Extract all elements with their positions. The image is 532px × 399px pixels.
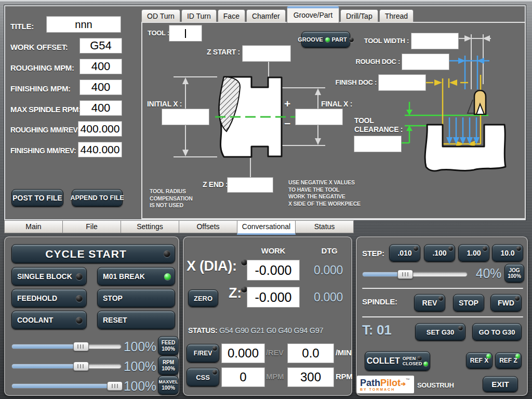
spindle-stop-button[interactable]: STOP xyxy=(453,294,484,312)
tab-thread[interactable]: Thread xyxy=(379,9,414,23)
reset-label: RESET xyxy=(103,316,127,324)
coolant-button[interactable]: COOLANT xyxy=(11,311,87,329)
rpm-override-slider[interactable] xyxy=(11,362,122,371)
collet-state-labels: OPEN CLOSED xyxy=(403,356,429,367)
m01-break-label: M01 BREAK xyxy=(98,272,161,281)
step-010-led xyxy=(414,246,418,251)
finishing-mm-rev-value: 440.000 xyxy=(81,143,120,156)
single-block-button[interactable]: SINGLE BLOCK xyxy=(11,267,87,286)
zero-button[interactable]: ZERO xyxy=(188,289,218,307)
maxvel-100-button[interactable]: MAXVEL 100% xyxy=(158,376,179,395)
finishing-mm-rev-input[interactable]: 440.000 xyxy=(78,142,122,157)
maxvel-slider-handle[interactable] xyxy=(107,381,123,391)
tab-chamfer[interactable]: Chamfer xyxy=(246,9,286,23)
tab-groove-part[interactable]: Groove/Part xyxy=(287,6,339,23)
exit-button[interactable]: EXIT xyxy=(483,376,518,392)
reset-button[interactable]: RESET xyxy=(97,311,175,329)
css-button[interactable]: CSS xyxy=(187,368,219,387)
jog-slider-handle[interactable] xyxy=(397,270,413,279)
ref-x-button[interactable]: REF X xyxy=(466,352,493,369)
feedhold-label: FEEDHOLD xyxy=(12,294,72,302)
tab-conversational[interactable]: Conversational xyxy=(237,220,296,235)
tab-od-turn[interactable]: OD Turn xyxy=(141,9,180,23)
x-work-value: -0.000 xyxy=(255,263,292,278)
jog-100-button[interactable]: JOG 100% xyxy=(504,264,524,283)
max-spindle-rpm-input[interactable]: 400 xyxy=(80,101,122,115)
spindle-fwd-button[interactable]: FWD xyxy=(490,294,522,312)
mpm-unit: MPM xyxy=(266,372,284,381)
maxvel-override-slider[interactable] xyxy=(11,381,122,391)
jog-override-value: 40% xyxy=(472,266,501,281)
spindle-rev-button[interactable]: REV xyxy=(414,294,445,312)
rpm-100-button[interactable]: RPM 100% xyxy=(158,356,179,375)
machine-name: SOUSTRUH xyxy=(417,381,454,389)
title-input[interactable]: nnn xyxy=(47,17,121,32)
tool-input[interactable] xyxy=(169,25,202,41)
cycle-start-led xyxy=(164,250,170,257)
rpm-slider-handle[interactable] xyxy=(73,362,89,371)
tool-width-input[interactable] xyxy=(411,33,458,49)
tab-face[interactable]: Face xyxy=(218,9,245,23)
append-to-file-button[interactable]: APPEND TO FILE xyxy=(72,189,123,207)
tab-file[interactable]: File xyxy=(62,220,121,233)
set-g30-button[interactable]: SET G30 xyxy=(415,323,466,341)
step-1-button[interactable]: 1.00 xyxy=(458,244,489,262)
roughing-mm-rev-input[interactable]: 400.000 xyxy=(78,122,122,136)
tab-main[interactable]: Main xyxy=(4,220,63,233)
tool-clearance-input[interactable] xyxy=(354,136,401,152)
cycle-start-button[interactable]: CYCLE START xyxy=(11,244,175,263)
rough-doc-input[interactable] xyxy=(402,54,449,70)
main-tab-bar: Main File Settings Offsets Conversationa… xyxy=(4,220,353,235)
tab-status[interactable]: Status xyxy=(295,220,354,233)
ref-z-button[interactable]: REF Z xyxy=(495,352,522,369)
post-to-file-button[interactable]: POST TO FILE xyxy=(11,189,63,207)
groove-part-toggle[interactable]: GROOVE PART xyxy=(301,31,350,48)
feed-slider-handle[interactable] xyxy=(73,342,89,351)
roughing-mm-rev-label: ROUGHING MM/REV: xyxy=(10,126,79,134)
finishing-mm-rev-label: FINISHING MM/REV: xyxy=(10,147,76,155)
m01-break-button[interactable]: M01 BREAK xyxy=(97,267,175,286)
tab-offsets[interactable]: Offsets xyxy=(179,220,237,233)
jog-override-slider[interactable] xyxy=(362,270,468,279)
work-offset-input[interactable]: G54 xyxy=(80,38,122,53)
status-label: STATUS: xyxy=(188,326,217,335)
feed-per-min-input[interactable]: 0.0 xyxy=(288,344,334,363)
roughing-mpm-input[interactable]: 400 xyxy=(80,59,122,74)
collet-button[interactable]: COLLET OPEN CLOSED xyxy=(365,351,430,371)
final-x-input[interactable] xyxy=(296,109,342,125)
css-input[interactable]: 0 xyxy=(222,368,264,387)
conversational-tab-bar: OD Turn ID Turn Face Chamfer Groove/Part… xyxy=(141,7,415,23)
feed-per-rev-button[interactable]: F/REV xyxy=(187,344,219,363)
feedhold-button[interactable]: FEEDHOLD xyxy=(11,289,87,308)
collet-closed-led xyxy=(423,362,428,366)
finish-doc-input[interactable] xyxy=(379,75,425,90)
feed-per-rev-input[interactable]: 0.000 xyxy=(222,344,264,363)
frev-label: F/REV xyxy=(194,350,212,357)
finishing-mpm-input[interactable]: 400 xyxy=(80,80,122,95)
z-end-input[interactable] xyxy=(228,178,273,192)
z-start-input[interactable] xyxy=(243,46,290,61)
stop-button[interactable]: STOP xyxy=(97,289,175,308)
step-010-button[interactable]: .010 xyxy=(389,244,420,262)
x-dro-input[interactable]: -0.000 xyxy=(247,260,299,280)
z-dro-input[interactable]: -0.000 xyxy=(247,287,299,307)
x-axis-label: X (DIA): xyxy=(187,258,237,274)
rpm-input[interactable]: 300 xyxy=(288,368,334,387)
z-dtg-value: 0.000 xyxy=(307,290,350,304)
spindle-label: SPINDLE: xyxy=(362,297,397,306)
roughing-mpm-value: 400 xyxy=(91,60,111,73)
initial-x-input[interactable] xyxy=(162,109,209,125)
go-to-g30-button[interactable]: GO TO G30 xyxy=(472,323,522,341)
tab-settings[interactable]: Settings xyxy=(121,220,179,233)
step-100-button[interactable]: .100 xyxy=(424,244,455,262)
tab-drill-tap[interactable]: Drill/Tap xyxy=(340,9,378,23)
maxvel-100-label-1: MAXVEL xyxy=(158,379,178,385)
slider-grip-icon xyxy=(77,364,84,368)
tab-id-turn[interactable]: ID Turn xyxy=(181,9,217,23)
m01-break-led xyxy=(164,273,171,280)
feed-override-slider[interactable] xyxy=(11,342,122,351)
stop-label: STOP xyxy=(103,294,123,302)
spindle-fwd-label: FWD xyxy=(498,299,514,307)
feed-100-button[interactable]: FEED 100% xyxy=(158,336,179,355)
step-10-button[interactable]: 10.0 xyxy=(492,244,523,262)
